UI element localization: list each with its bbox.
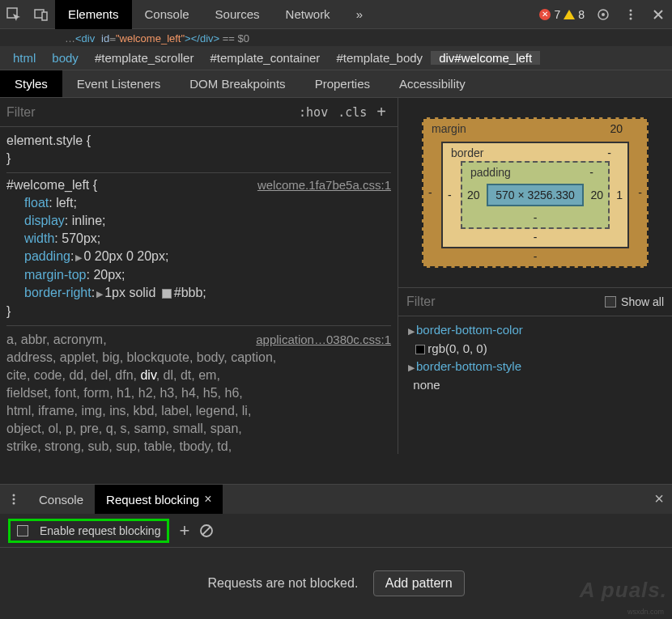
svg-point-9 [13, 498, 15, 501]
subtab-styles[interactable]: Styles [0, 70, 62, 97]
margin-bottom-val[interactable]: - [534, 250, 538, 263]
warning-count: 8 [578, 8, 585, 21]
computed-filter-row: Show all [398, 287, 672, 316]
subtab-accessibility[interactable]: Accessibility [385, 70, 480, 97]
enable-checkbox[interactable] [17, 525, 28, 536]
enable-request-blocking[interactable]: Enable request blocking [8, 519, 169, 543]
margin-top-val[interactable]: 20 [610, 122, 623, 135]
brace-close: } [6, 150, 391, 167]
crumb-html[interactable]: html [5, 51, 44, 65]
svg-point-4 [602, 13, 605, 16]
crumb-selected[interactable]: div#welcome_left [431, 51, 540, 65]
drawer-tab-label: Request blocking [106, 493, 199, 507]
show-all-checkbox[interactable] [605, 296, 616, 307]
padding-top-val[interactable]: - [589, 166, 593, 179]
padding-right-val[interactable]: 20 [590, 189, 603, 201]
add-pattern-button[interactable]: Add pattern [373, 570, 465, 596]
settings-icon[interactable] [589, 0, 617, 29]
close-tab-icon[interactable]: × [204, 492, 211, 507]
tab-console[interactable]: Console [132, 0, 202, 29]
drawer-tabs: Console Request blocking × × [0, 485, 672, 514]
tab-network[interactable]: Network [273, 0, 343, 29]
svg-point-6 [630, 13, 632, 15]
subtab-event-listeners[interactable]: Event Listeners [62, 70, 175, 97]
issue-badges[interactable]: ✕ 7 8 [534, 8, 589, 21]
drawer-close-icon[interactable]: × [654, 490, 664, 508]
devtools-toolbar: Elements Console Sources Network » ✕ 7 8 [0, 0, 672, 29]
padding-bottom-val[interactable]: - [534, 211, 538, 224]
svg-point-7 [630, 17, 632, 19]
styles-panes: :hov .cls + element.style { } welcome.1f… [0, 98, 672, 454]
inspect-icon[interactable] [0, 0, 28, 29]
rule-element-style[interactable]: element.style { } [6, 132, 391, 167]
new-rule-button[interactable]: + [372, 103, 391, 121]
color-swatch-icon[interactable] [415, 345, 425, 354]
border-bottom-val[interactable]: - [534, 231, 538, 244]
drawer: Console Request blocking × × Enable requ… [0, 484, 672, 619]
margin-right-val[interactable]: - [638, 186, 642, 199]
request-blocking-toolbar: Enable request blocking + [0, 514, 672, 548]
tab-elements[interactable]: Elements [55, 0, 132, 29]
drawer-kebab-icon[interactable] [0, 485, 28, 514]
kebab-menu-icon[interactable] [617, 0, 644, 29]
computed-properties: ▶border-bottom-color rgb(0, 0, 0) ▶borde… [398, 316, 672, 399]
error-icon: ✕ [539, 9, 551, 20]
more-tabs[interactable]: » [343, 0, 376, 29]
subtab-dom-breakpoints[interactable]: DOM Breakpoints [175, 70, 300, 97]
expand-icon[interactable]: ▶ [408, 358, 415, 376]
subtab-properties[interactable]: Properties [300, 70, 385, 97]
rule-inherited[interactable]: application…0380c.css:1 a, abbr, acronym… [6, 331, 391, 454]
svg-point-8 [13, 494, 15, 497]
crumb-body[interactable]: body [44, 51, 87, 65]
expand-icon[interactable]: ▶ [75, 248, 82, 266]
rule-source-link[interactable]: welcome.1fa7be5a.css:1 [257, 176, 391, 194]
crumb-container[interactable]: #template_container [202, 51, 328, 65]
border-left-val[interactable]: - [448, 189, 452, 201]
computed-filter-input[interactable] [406, 295, 605, 309]
rule-welcome-left[interactable]: welcome.1fa7be5a.css:1 #welcome_left { f… [6, 176, 391, 320]
rule-source-link[interactable]: application…0380c.css:1 [256, 331, 391, 349]
request-blocking-empty: Requests are not blocked. Add pattern [0, 548, 672, 619]
close-devtools-icon[interactable] [644, 0, 672, 29]
border-label: border [451, 146, 483, 159]
box-model: margin 20 - - - border - - 1 - padding -… [398, 98, 672, 287]
watermark-url: wsxdn.com [627, 608, 664, 616]
cls-toggle[interactable]: .cls [333, 105, 372, 120]
border-right-val[interactable]: 1 [616, 189, 623, 201]
selected-dom-node[interactable]: …<div id="welcome_left"></div> == $0 [0, 29, 672, 46]
drawer-tab-console[interactable]: Console [28, 485, 95, 514]
padding-left-val[interactable]: 20 [467, 189, 480, 201]
computed-item[interactable]: ▶border-bottom-style none [406, 358, 664, 394]
margin-label: margin [432, 122, 466, 135]
clear-blocking-icon[interactable] [199, 524, 214, 538]
styles-rules-pane: :hov .cls + element.style { } welcome.1f… [0, 98, 398, 454]
styles-filter-input[interactable] [6, 105, 294, 120]
add-blocking-pattern-icon[interactable]: + [179, 520, 189, 541]
drawer-tab-request-blocking[interactable]: Request blocking × [95, 485, 223, 514]
tab-sources[interactable]: Sources [202, 0, 273, 29]
styles-filter-row: :hov .cls + [0, 98, 398, 127]
error-count: 7 [554, 8, 560, 21]
border-top-val[interactable]: - [607, 146, 611, 159]
crumb-template-body[interactable]: #template_body [328, 51, 431, 65]
color-swatch-icon[interactable] [162, 289, 172, 299]
crumb-scroller[interactable]: #template_scroller [87, 51, 202, 65]
svg-rect-2 [42, 12, 47, 20]
expand-icon[interactable]: ▶ [96, 285, 103, 303]
computed-item[interactable]: ▶border-bottom-color rgb(0, 0, 0) [406, 321, 664, 358]
content-size[interactable]: 570 × 3256.330 [487, 184, 584, 206]
enable-label: Enable request blocking [40, 524, 160, 537]
expand-icon[interactable]: ▶ [408, 322, 415, 340]
hov-toggle[interactable]: :hov [294, 105, 333, 120]
empty-message: Requests are not blocked. [207, 576, 358, 590]
selector-text: element.style { [6, 132, 391, 150]
dom-breadcrumb: html body #template_scroller #template_c… [0, 46, 672, 70]
main-tabs: Elements Console Sources Network » [55, 0, 376, 29]
brace-close: } [6, 303, 391, 320]
css-rules-list: element.style { } welcome.1fa7be5a.css:1… [0, 127, 398, 454]
device-toggle-icon[interactable] [28, 0, 55, 29]
padding-label: padding [470, 166, 511, 179]
computed-pane: margin 20 - - - border - - 1 - padding -… [398, 98, 672, 454]
margin-left-val[interactable]: - [428, 186, 432, 199]
svg-point-5 [630, 9, 632, 11]
